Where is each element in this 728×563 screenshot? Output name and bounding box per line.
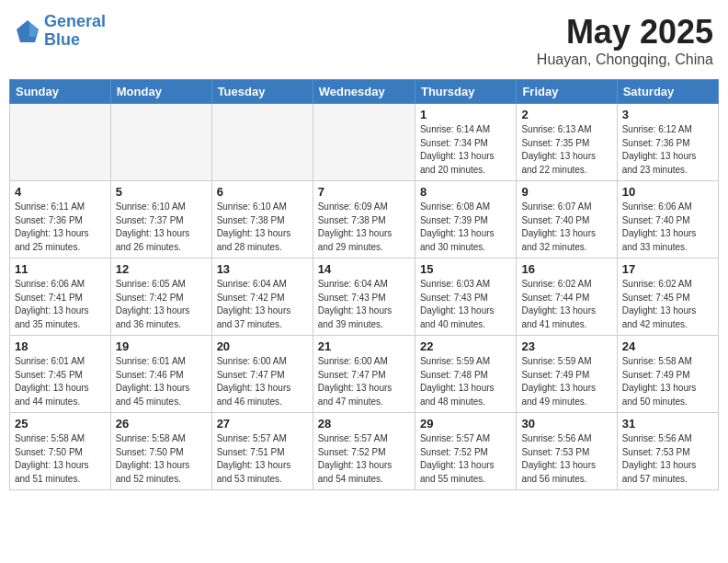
day-info: Sunrise: 5:59 AM Sunset: 7:48 PM Dayligh…: [420, 355, 511, 408]
day-number: 30: [521, 417, 611, 431]
svg-marker-1: [29, 22, 39, 37]
weekday-header: Friday: [517, 80, 617, 104]
day-info: Sunrise: 6:01 AM Sunset: 7:46 PM Dayligh…: [116, 355, 207, 408]
calendar-cell: [211, 104, 313, 181]
logo-line2: Blue: [44, 30, 80, 49]
day-info: Sunrise: 6:12 AM Sunset: 7:36 PM Dayligh…: [622, 123, 713, 177]
day-number: 16: [521, 262, 611, 276]
calendar-cell: 20Sunrise: 6:00 AM Sunset: 7:47 PM Dayli…: [211, 336, 313, 413]
title-block: May 2025 Huayan, Chongqing, China: [537, 13, 713, 68]
calendar-cell: 1Sunrise: 6:14 AM Sunset: 7:34 PM Daylig…: [415, 104, 516, 181]
calendar-cell: 4Sunrise: 6:11 AM Sunset: 7:36 PM Daylig…: [10, 181, 111, 259]
logo-line1: General: [44, 12, 106, 30]
day-info: Sunrise: 6:05 AM Sunset: 7:42 PM Dayligh…: [116, 278, 207, 331]
day-info: Sunrise: 6:10 AM Sunset: 7:38 PM Dayligh…: [217, 201, 308, 254]
calendar-cell: 17Sunrise: 6:02 AM Sunset: 7:45 PM Dayli…: [617, 259, 718, 336]
day-number: 11: [15, 262, 106, 276]
day-number: 10: [622, 185, 713, 199]
calendar-cell: 22Sunrise: 5:59 AM Sunset: 7:48 PM Dayli…: [415, 336, 516, 413]
weekday-header: Tuesday: [211, 80, 313, 104]
day-info: Sunrise: 6:01 AM Sunset: 7:45 PM Dayligh…: [15, 355, 106, 408]
day-number: 4: [15, 185, 106, 199]
calendar-cell: 26Sunrise: 5:58 AM Sunset: 7:50 PM Dayli…: [110, 413, 211, 490]
calendar-cell: [313, 104, 415, 181]
day-number: 17: [622, 262, 713, 276]
day-number: 22: [420, 339, 511, 353]
calendar-week-row: 18Sunrise: 6:01 AM Sunset: 7:45 PM Dayli…: [10, 336, 719, 413]
day-number: 6: [217, 185, 308, 199]
weekday-header-row: SundayMondayTuesdayWednesdayThursdayFrid…: [10, 80, 719, 104]
calendar-cell: 31Sunrise: 5:56 AM Sunset: 7:53 PM Dayli…: [617, 413, 718, 490]
calendar-cell: 15Sunrise: 6:03 AM Sunset: 7:43 PM Dayli…: [415, 259, 516, 336]
day-info: Sunrise: 5:56 AM Sunset: 7:53 PM Dayligh…: [622, 432, 713, 486]
day-info: Sunrise: 6:00 AM Sunset: 7:47 PM Dayligh…: [318, 355, 410, 408]
calendar-cell: 8Sunrise: 6:08 AM Sunset: 7:39 PM Daylig…: [415, 181, 516, 259]
weekday-header: Wednesday: [313, 80, 415, 104]
calendar-week-row: 25Sunrise: 5:58 AM Sunset: 7:50 PM Dayli…: [10, 413, 719, 490]
calendar-cell: 10Sunrise: 6:06 AM Sunset: 7:40 PM Dayli…: [617, 181, 718, 259]
day-info: Sunrise: 6:10 AM Sunset: 7:37 PM Dayligh…: [116, 201, 207, 254]
calendar-cell: 11Sunrise: 6:06 AM Sunset: 7:41 PM Dayli…: [10, 259, 111, 336]
calendar-cell: 27Sunrise: 5:57 AM Sunset: 7:51 PM Dayli…: [211, 413, 313, 490]
day-number: 14: [318, 262, 410, 276]
calendar-cell: 28Sunrise: 5:57 AM Sunset: 7:52 PM Dayli…: [313, 413, 415, 490]
day-number: 8: [420, 185, 511, 199]
day-info: Sunrise: 6:13 AM Sunset: 7:35 PM Dayligh…: [521, 123, 611, 177]
calendar-cell: 7Sunrise: 6:09 AM Sunset: 7:38 PM Daylig…: [313, 181, 415, 259]
day-number: 25: [15, 417, 106, 431]
day-number: 7: [318, 185, 410, 199]
day-info: Sunrise: 5:58 AM Sunset: 7:50 PM Dayligh…: [15, 432, 106, 486]
calendar-table: SundayMondayTuesdayWednesdayThursdayFrid…: [9, 79, 719, 490]
calendar-cell: 23Sunrise: 5:59 AM Sunset: 7:49 PM Dayli…: [517, 336, 617, 413]
location: Huayan, Chongqing, China: [537, 52, 713, 68]
day-info: Sunrise: 6:06 AM Sunset: 7:41 PM Dayligh…: [15, 278, 106, 331]
day-number: 24: [622, 339, 713, 353]
calendar-cell: 12Sunrise: 6:05 AM Sunset: 7:42 PM Dayli…: [110, 259, 211, 336]
weekday-header: Monday: [110, 80, 211, 104]
day-info: Sunrise: 6:14 AM Sunset: 7:34 PM Dayligh…: [420, 123, 511, 177]
calendar-cell: 3Sunrise: 6:12 AM Sunset: 7:36 PM Daylig…: [617, 104, 718, 181]
day-info: Sunrise: 5:57 AM Sunset: 7:52 PM Dayligh…: [318, 432, 410, 486]
day-info: Sunrise: 5:59 AM Sunset: 7:49 PM Dayligh…: [521, 355, 611, 408]
day-number: 20: [217, 339, 308, 353]
day-number: 29: [420, 417, 511, 431]
day-info: Sunrise: 6:00 AM Sunset: 7:47 PM Dayligh…: [217, 355, 308, 408]
calendar-cell: 24Sunrise: 5:58 AM Sunset: 7:49 PM Dayli…: [617, 336, 718, 413]
calendar-cell: 5Sunrise: 6:10 AM Sunset: 7:37 PM Daylig…: [110, 181, 211, 259]
day-number: 1: [420, 108, 511, 121]
day-number: 28: [318, 417, 410, 431]
calendar-week-row: 1Sunrise: 6:14 AM Sunset: 7:34 PM Daylig…: [10, 104, 719, 181]
day-info: Sunrise: 5:57 AM Sunset: 7:51 PM Dayligh…: [217, 432, 308, 486]
calendar-cell: 30Sunrise: 5:56 AM Sunset: 7:53 PM Dayli…: [517, 413, 617, 490]
calendar-cell: 14Sunrise: 6:04 AM Sunset: 7:43 PM Dayli…: [313, 259, 415, 336]
day-info: Sunrise: 6:07 AM Sunset: 7:40 PM Dayligh…: [521, 201, 611, 254]
day-number: 3: [622, 108, 713, 121]
day-number: 26: [116, 417, 207, 431]
day-number: 21: [318, 339, 410, 353]
calendar-week-row: 11Sunrise: 6:06 AM Sunset: 7:41 PM Dayli…: [10, 259, 719, 336]
page-header: General Blue May 2025 Huayan, Chongqing,…: [9, 9, 719, 72]
day-number: 27: [217, 417, 308, 431]
calendar-cell: 2Sunrise: 6:13 AM Sunset: 7:35 PM Daylig…: [517, 104, 617, 181]
logo-icon: [15, 18, 40, 44]
day-number: 12: [116, 262, 207, 276]
day-number: 15: [420, 262, 511, 276]
calendar-cell: 19Sunrise: 6:01 AM Sunset: 7:46 PM Dayli…: [110, 336, 211, 413]
calendar-cell: 25Sunrise: 5:58 AM Sunset: 7:50 PM Dayli…: [10, 413, 111, 490]
day-info: Sunrise: 6:02 AM Sunset: 7:44 PM Dayligh…: [521, 278, 611, 331]
day-info: Sunrise: 6:11 AM Sunset: 7:36 PM Dayligh…: [15, 201, 106, 254]
day-info: Sunrise: 6:06 AM Sunset: 7:40 PM Dayligh…: [622, 201, 713, 254]
day-info: Sunrise: 5:58 AM Sunset: 7:49 PM Dayligh…: [622, 355, 713, 408]
day-number: 5: [116, 185, 207, 199]
day-info: Sunrise: 5:57 AM Sunset: 7:52 PM Dayligh…: [420, 432, 511, 486]
calendar-cell: 13Sunrise: 6:04 AM Sunset: 7:42 PM Dayli…: [211, 259, 313, 336]
weekday-header: Saturday: [617, 80, 718, 104]
day-info: Sunrise: 5:56 AM Sunset: 7:53 PM Dayligh…: [521, 432, 611, 486]
day-info: Sunrise: 6:03 AM Sunset: 7:43 PM Dayligh…: [420, 278, 511, 331]
logo-text: General Blue: [44, 13, 106, 50]
day-number: 2: [521, 108, 611, 121]
month-title: May 2025: [537, 13, 713, 52]
calendar-cell: 29Sunrise: 5:57 AM Sunset: 7:52 PM Dayli…: [415, 413, 516, 490]
calendar-cell: 6Sunrise: 6:10 AM Sunset: 7:38 PM Daylig…: [211, 181, 313, 259]
day-number: 9: [521, 185, 611, 199]
